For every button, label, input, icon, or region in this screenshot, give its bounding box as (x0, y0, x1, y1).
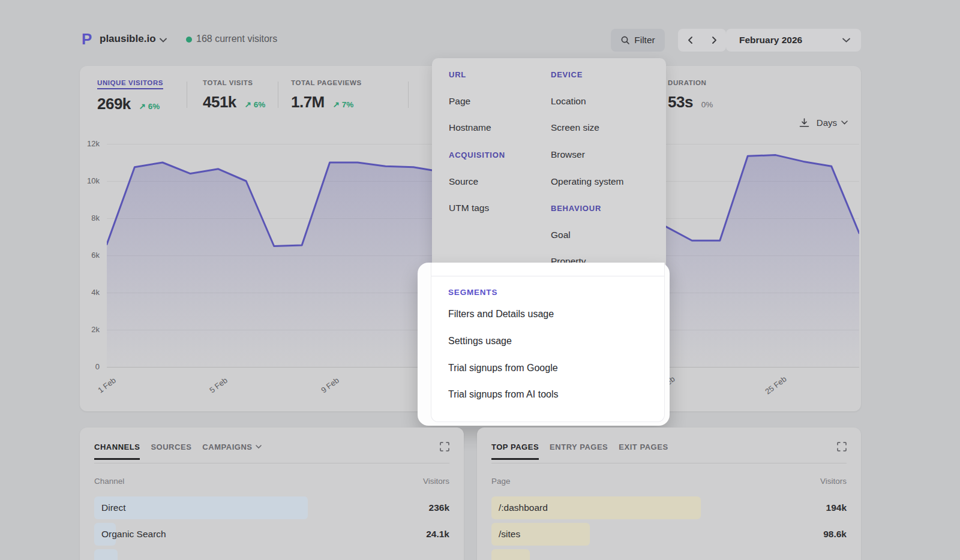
stat-change: ↗ 6% (139, 101, 160, 111)
previous-period-button[interactable] (681, 31, 699, 49)
filter-button[interactable]: Filter (611, 29, 665, 52)
table-row[interactable]: Organic Search 24.1k (94, 521, 449, 547)
y-tick-label: 10k (70, 176, 100, 185)
segment-trial-signups-from-google[interactable]: Trial signups from Google (448, 363, 558, 374)
pages-card: TOP PAGES ENTRY PAGES EXIT PAGES Page Vi… (477, 427, 861, 560)
channels-tabs: CHANNELS SOURCES CAMPAIGNS (94, 442, 262, 451)
dashboard-viewport: P plausible.io 168 current visitors Filt… (0, 0, 960, 560)
channels-rows: Direct 236k Organic Search 24.1k (94, 495, 449, 560)
filter-section-acquisition: ACQUISITION (449, 150, 505, 159)
channels-card: CHANNELS SOURCES CAMPAIGNS Channel Visit… (80, 427, 464, 560)
filter-item-page[interactable]: Page (449, 96, 470, 107)
tabbar-divider (94, 463, 449, 463)
row-bar (491, 549, 530, 560)
pages-tabs: TOP PAGES ENTRY PAGES EXIT PAGES (491, 442, 668, 451)
period-nav (678, 29, 726, 52)
column-header-page: Page (491, 477, 511, 486)
download-icon[interactable] (799, 118, 809, 128)
table-row[interactable]: Direct 236k (94, 495, 449, 521)
filter-item-utm-tags[interactable]: UTM tags (449, 203, 489, 213)
site-name[interactable]: plausible.io (100, 33, 156, 45)
chevron-down-icon (842, 38, 850, 43)
row-bar (94, 496, 308, 519)
row-label: /sites (499, 521, 520, 547)
segments-divider (431, 276, 664, 276)
stat-label: TOTAL VISITS (203, 79, 253, 86)
filter-item-location[interactable]: Location (551, 96, 586, 107)
filter-section-url: URL (449, 70, 466, 79)
stat-label: DURATION (668, 79, 706, 86)
filter-section-device: DEVICE (551, 70, 583, 79)
expand-icon[interactable] (440, 442, 449, 451)
table-row[interactable]: /:dashboard 194k (491, 495, 847, 521)
stat-change: ↗ 7% (333, 100, 354, 109)
interval-control: Days (799, 118, 848, 128)
y-tick-label: 0 (70, 362, 100, 371)
row-label: Organic Search (101, 521, 166, 547)
filter-menu-column-2: DEVICE Location Screen size Browser Oper… (551, 61, 660, 275)
stat-total-pageviews[interactable]: TOTAL PAGEVIEWS 1.7M ↗ 7% (291, 77, 362, 112)
date-range-label: February 2026 (739, 35, 802, 46)
tab-exit-pages[interactable]: EXIT PAGES (619, 442, 668, 451)
site-switcher-chevron-down-icon[interactable] (160, 38, 167, 43)
y-tick-label: 4k (70, 288, 100, 297)
chevron-down-icon (256, 445, 262, 449)
tab-entry-pages[interactable]: ENTRY PAGES (550, 442, 608, 451)
x-tick-label: 25 Feb (760, 372, 792, 399)
stat-duration[interactable]: DURATION 53s 0% (668, 77, 713, 112)
row-value: 194k (826, 495, 847, 521)
filter-menu-column-1: URL Page Hostname ACQUISITION Source UTM… (449, 61, 545, 222)
y-tick-label: 2k (70, 325, 100, 334)
stat-value: 1.7M (291, 93, 325, 112)
date-range-picker[interactable]: February 2026 (726, 29, 861, 52)
table-row[interactable] (491, 547, 847, 560)
segments-section-header: SEGMENTS (448, 288, 497, 297)
filter-item-goal[interactable]: Goal (551, 230, 571, 240)
y-tick-label: 6k (70, 251, 100, 260)
filter-button-label: Filter (634, 35, 655, 46)
stat-value: 451k (203, 93, 236, 112)
next-period-button[interactable] (705, 31, 723, 49)
segment-settings-usage[interactable]: Settings usage (448, 336, 512, 347)
stat-unique-visitors[interactable]: UNIQUE VISITORS 269k ↗ 6% (97, 77, 163, 113)
tab-sources[interactable]: SOURCES (151, 442, 191, 451)
column-header-visitors: Visitors (820, 477, 847, 486)
plausible-logo: P (82, 30, 96, 47)
row-value: 236k (429, 495, 449, 521)
filter-item-hostname[interactable]: Hostname (449, 122, 491, 133)
stat-divider (408, 82, 409, 108)
segment-filters-and-details-usage[interactable]: Filters and Details usage (448, 309, 554, 320)
search-icon (620, 35, 630, 45)
stat-divider (187, 82, 187, 108)
expand-icon[interactable] (837, 442, 847, 451)
stat-label: TOTAL PAGEVIEWS (291, 79, 362, 86)
current-visitors-count[interactable]: 168 current visitors (196, 34, 277, 44)
filter-item-browser[interactable]: Browser (551, 149, 585, 160)
tab-campaigns[interactable]: CAMPAIGNS (202, 442, 261, 451)
tab-top-pages[interactable]: TOP PAGES (491, 442, 539, 451)
row-value: 24.1k (426, 521, 449, 547)
filter-item-screen-size[interactable]: Screen size (551, 122, 599, 133)
y-tick-label: 8k (70, 213, 100, 222)
stat-total-visits[interactable]: TOTAL VISITS 451k ↗ 6% (203, 77, 265, 112)
tab-channels[interactable]: CHANNELS (94, 442, 140, 451)
row-bar (94, 549, 118, 560)
y-tick-label: 12k (70, 139, 100, 148)
trend-up-icon: ↗ (333, 100, 342, 109)
segment-trial-signups-from-ai-tools[interactable]: Trial signups from AI tools (448, 389, 558, 400)
filter-item-operating-system[interactable]: Operating system (551, 176, 623, 187)
pages-table-header: Page Visitors (491, 477, 847, 486)
live-visitors-dot-icon (186, 37, 192, 43)
filter-dropdown-menu: URL Page Hostname ACQUISITION Source UTM… (432, 58, 666, 281)
pages-rows: /:dashboard 194k /sites 98.6k (491, 495, 847, 560)
interval-label: Days (817, 118, 837, 128)
interval-dropdown[interactable]: Days (817, 118, 848, 128)
filter-item-source[interactable]: Source (449, 176, 478, 187)
table-row[interactable]: /sites 98.6k (491, 521, 847, 547)
table-row[interactable] (94, 547, 449, 560)
x-tick-label: 5 Feb (202, 372, 235, 399)
stat-value: 269k (97, 95, 131, 113)
channels-table-header: Channel Visitors (94, 477, 449, 486)
stat-change: 0% (701, 100, 713, 109)
stat-value: 53s (668, 93, 693, 112)
